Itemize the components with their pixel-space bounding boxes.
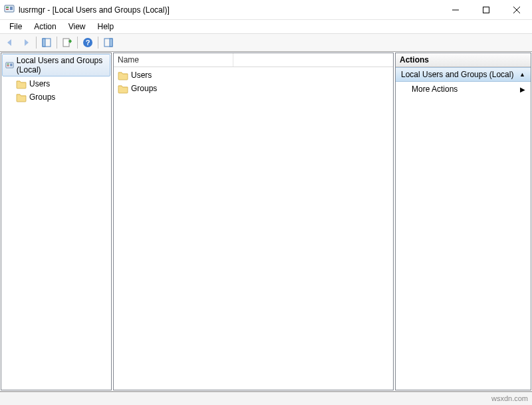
list-item-label: Users <box>131 70 152 80</box>
folder-icon <box>16 78 27 89</box>
actions-more-actions[interactable]: More Actions ▶ <box>396 82 531 96</box>
export-list-button[interactable] <box>60 35 74 50</box>
tree-item-label: Groups <box>29 92 55 102</box>
tree-root-label: Local Users and Groups (Local) <box>17 56 107 74</box>
toolbar-separator <box>77 37 78 49</box>
forward-button[interactable] <box>19 35 33 50</box>
actions-header: Actions <box>396 53 531 67</box>
show-hide-tree-button[interactable] <box>39 35 54 50</box>
content-area: Local Users and Groups (Local) Users Gro… <box>0 52 532 392</box>
list-item-groups[interactable]: Groups <box>114 82 393 95</box>
actions-selection-label: Local Users and Groups (Local) <box>401 70 513 79</box>
show-hide-action-pane-button[interactable] <box>101 35 116 50</box>
help-button[interactable]: ? <box>80 35 95 50</box>
minimize-button[interactable] <box>440 0 471 19</box>
column-header-name[interactable]: Name <box>114 53 233 67</box>
tree-item-groups[interactable]: Groups <box>1 90 111 104</box>
actions-selection-header[interactable]: Local Users and Groups (Local) ▲ <box>396 67 531 82</box>
menu-help[interactable]: Help <box>92 21 120 33</box>
submenu-arrow-icon: ▶ <box>520 86 525 93</box>
menu-file[interactable]: File <box>4 21 27 33</box>
tree-root-node[interactable]: Local Users and Groups (Local) <box>2 54 110 76</box>
folder-icon <box>118 83 128 94</box>
list-item-label: Groups <box>131 84 157 93</box>
svg-rect-14 <box>110 39 112 47</box>
menu-action[interactable]: Action <box>29 21 61 33</box>
window-controls <box>440 0 532 19</box>
svg-rect-5 <box>483 7 489 13</box>
list-body: Users Groups <box>114 67 393 96</box>
tree-item-users[interactable]: Users <box>1 77 111 90</box>
toolbar-separator <box>98 37 98 49</box>
close-button[interactable] <box>501 0 532 19</box>
app-icon <box>4 3 15 16</box>
svg-text:?: ? <box>86 39 90 47</box>
toolbar-separator <box>57 37 57 49</box>
status-bar <box>0 392 532 405</box>
tree-pane: Local Users and Groups (Local) Users Gro… <box>1 53 112 390</box>
folder-icon <box>118 70 128 80</box>
list-item-users[interactable]: Users <box>114 68 393 82</box>
maximize-button[interactable] <box>471 0 501 19</box>
list-pane: Name Users Groups <box>113 53 394 390</box>
tree-item-label: Users <box>29 79 50 88</box>
watermark: wsxdn.com <box>491 394 528 402</box>
toolbar: ? <box>0 33 532 52</box>
svg-rect-9 <box>43 39 45 47</box>
collapse-icon: ▲ <box>519 71 525 78</box>
svg-rect-10 <box>63 39 69 47</box>
list-header: Name <box>114 53 393 67</box>
back-button[interactable] <box>3 35 17 50</box>
menu-bar: File Action View Help <box>0 20 532 33</box>
menu-view[interactable]: View <box>63 21 91 33</box>
actions-item-label: More Actions <box>412 84 458 94</box>
actions-pane: Actions Local Users and Groups (Local) ▲… <box>395 53 531 390</box>
title-bar: lusrmgr - [Local Users and Groups (Local… <box>0 0 532 20</box>
window-title: lusrmgr - [Local Users and Groups (Local… <box>19 5 170 15</box>
toolbar-separator <box>36 37 37 49</box>
folder-icon <box>16 92 27 102</box>
